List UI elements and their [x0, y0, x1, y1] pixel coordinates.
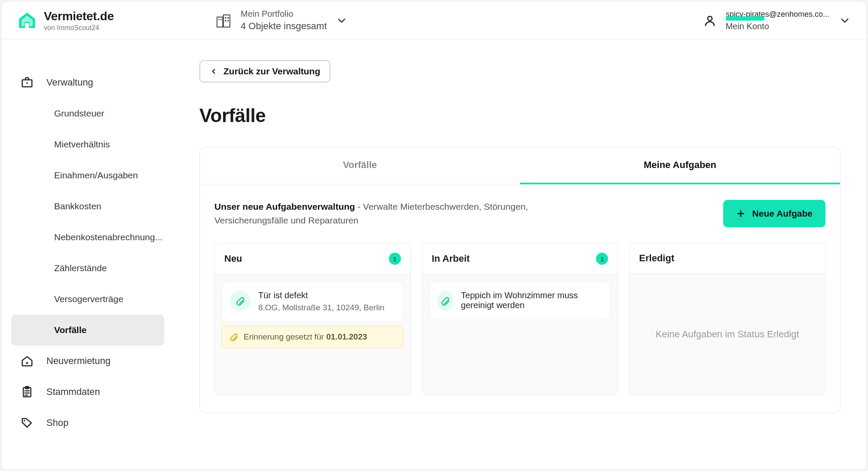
column-in-arbeit: In Arbeit 1 Teppich im Wohnzimmer muss	[422, 243, 618, 395]
sidebar-item-einahmen-ausgaben[interactable]: Einahmen/Ausgaben	[11, 160, 164, 191]
svg-rect-4	[225, 20, 226, 21]
sidebar-item-mietverhaeltnis[interactable]: Mietverhältnis	[11, 129, 164, 160]
sidebar-item-label: Verwaltung	[46, 77, 93, 88]
sidebar-item-versorgervertraege[interactable]: Versogerverträge	[11, 284, 164, 315]
sidebar-item-grundsteuer[interactable]: Grundsteuer	[11, 98, 164, 129]
svg-point-13	[24, 420, 25, 422]
sidebar-item-label: Grundsteuer	[54, 108, 104, 119]
svg-rect-3	[227, 17, 229, 18]
column-count-badge: 1	[596, 253, 608, 265]
plus-icon	[736, 209, 746, 218]
sidebar-item-label: Bankkosten	[54, 201, 101, 211]
tabs: Vorfälle Meine Aufgaben	[200, 147, 840, 184]
svg-rect-2	[225, 17, 226, 18]
task-title: Tür ist defekt	[258, 291, 385, 300]
svg-rect-6	[218, 19, 220, 20]
sidebar-item-zaehlerstaende[interactable]: Zählerstände	[11, 253, 164, 284]
main-content: Zurück zur Verwaltung Vorfälle Vorfälle …	[174, 40, 866, 469]
sidebar-item-label: Zählerstände	[54, 263, 107, 273]
back-button[interactable]: Zurück zur Verwaltung	[199, 60, 330, 83]
sidebar-item-bankkosten[interactable]: Bankkosten	[11, 191, 164, 222]
sidebar-item-label: Einahmen/Ausgaben	[54, 170, 138, 180]
portfolio-subtitle: 4 Objekte insgesamt	[241, 21, 327, 32]
new-task-button-label: Neue Aufgabe	[752, 208, 813, 219]
sidebar-item-verwaltung[interactable]: Verwaltung	[11, 67, 164, 98]
account-label: Mein Konto	[726, 21, 829, 31]
user-icon	[703, 14, 716, 27]
attachment-icon	[437, 291, 453, 311]
chevron-left-icon	[210, 67, 217, 75]
kanban-columns: Neu 1 Tür	[200, 232, 840, 413]
column-count-badge: 1	[389, 253, 401, 265]
svg-rect-5	[227, 20, 229, 21]
tab-vorfaelle[interactable]: Vorfälle	[200, 147, 520, 184]
house-star-icon	[21, 355, 34, 367]
buildings-icon	[215, 12, 232, 29]
account-menu[interactable]: spicy-pirates@zenhomes.co... Mein Konto	[703, 10, 851, 31]
sidebar-item-label: Nebenkostenabrechnung...	[54, 232, 162, 242]
sidebar-item-label: Versogerverträge	[54, 294, 123, 304]
brand-title: Vermietet.de	[44, 9, 114, 23]
sidebar-item-stammdaten[interactable]: Stammdaten	[11, 376, 164, 407]
tag-icon	[21, 416, 34, 429]
chevron-down-icon	[336, 15, 348, 27]
sidebar-item-label: Mietverhältnis	[54, 139, 110, 150]
brand-subtitle: von ImmoScout24	[44, 24, 114, 32]
panel-description-bold: Unser neue Aufgabenverwaltung	[214, 202, 355, 211]
sidebar-item-label: Shop	[46, 417, 68, 428]
tab-meine-aufgaben[interactable]: Meine Aufgaben	[520, 147, 840, 184]
column-empty-text: Keine Aufgaben im Status Erledigt	[630, 274, 825, 395]
task-title: Teppich im Wohnzimmer muss gereinigt wer…	[461, 291, 602, 310]
tasks-panel: Vorfälle Meine Aufgaben Unser neue Aufga…	[199, 147, 840, 413]
sidebar-item-neuvermietung[interactable]: Neuvermietung	[11, 346, 164, 376]
column-title: In Arbeit	[432, 253, 470, 264]
svg-point-10	[26, 83, 28, 84]
attachment-icon	[229, 332, 238, 342]
panel-description: Unser neue Aufgabenverwaltung - Verwalte…	[214, 200, 541, 227]
new-task-button[interactable]: Neue Aufgabe	[723, 200, 825, 227]
sidebar-item-vorfaelle[interactable]: Vorfälle	[11, 315, 164, 346]
briefcase-icon	[21, 76, 34, 89]
svg-rect-7	[220, 19, 222, 20]
brand-logo-icon	[17, 11, 37, 31]
brand[interactable]: Vermietet.de von ImmoScout24	[17, 9, 189, 32]
svg-point-8	[708, 16, 712, 21]
column-erledigt: Erledigt Keine Aufgaben im Status Erledi…	[629, 243, 825, 395]
sidebar-item-label: Vorfälle	[54, 325, 86, 335]
tab-label: Meine Aufgaben	[644, 159, 716, 170]
sidebar: Verwaltung Grundsteuer Mietverhältnis Ei…	[2, 40, 174, 469]
portfolio-title: Mein Portfolio	[241, 9, 327, 19]
reminder-bar: Erinnerung gesetzt für 01.01.2023	[222, 326, 403, 348]
column-title: Neu	[224, 253, 242, 264]
app-header: Vermietet.de von ImmoScout24 Mein Portfo…	[2, 2, 866, 40]
sidebar-item-nebenkostenabrechnung[interactable]: Nebenkostenabrechnung...	[11, 222, 164, 253]
sidebar-item-label: Neuvermietung	[46, 355, 110, 367]
column-title: Erledigt	[639, 253, 674, 264]
column-neu: Neu 1 Tür	[214, 243, 411, 395]
page-title: Vorfälle	[199, 105, 840, 126]
portfolio-selector[interactable]: Mein Portfolio 4 Objekte insgesamt	[215, 9, 348, 32]
svg-rect-1	[223, 15, 230, 27]
clipboard-icon	[21, 385, 34, 398]
task-card[interactable]: Teppich im Wohnzimmer muss gereinigt wer…	[429, 281, 611, 320]
reminder-text: Erinnerung gesetzt für 01.01.2023	[244, 332, 367, 342]
chevron-down-icon	[839, 15, 851, 27]
task-card[interactable]: Tür ist defekt 8.OG, Mollstraße 31, 1024…	[222, 281, 403, 321]
sidebar-item-shop[interactable]: Shop	[11, 407, 164, 438]
highlight-marker	[726, 16, 764, 21]
svg-rect-0	[217, 17, 223, 27]
sidebar-item-label: Stammdaten	[46, 386, 100, 398]
account-email: spicy-pirates@zenhomes.co...	[726, 10, 829, 19]
task-address: 8.OG, Mollstraße 31, 10249, Berlin	[258, 303, 385, 312]
attachment-icon	[230, 291, 251, 311]
tab-label: Vorfälle	[343, 159, 377, 170]
back-button-label: Zurück zur Verwaltung	[223, 66, 320, 76]
